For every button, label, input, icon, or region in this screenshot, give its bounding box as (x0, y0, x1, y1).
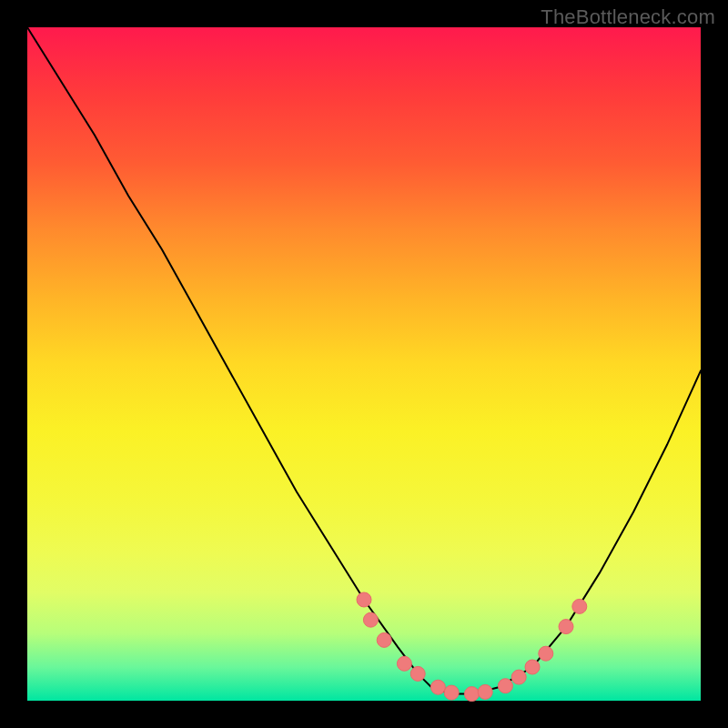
curve-marker (397, 656, 411, 671)
curve-marker (572, 599, 587, 613)
curve-marker (498, 679, 512, 693)
curve-marker (464, 687, 479, 702)
curve-marker (430, 680, 445, 694)
curve-marker (363, 612, 378, 627)
curve-markers (357, 592, 587, 702)
curve-marker (377, 632, 391, 647)
curve-marker (410, 666, 425, 681)
curve-marker (525, 660, 540, 674)
curve-marker (478, 684, 492, 699)
curve-marker (357, 592, 371, 607)
bottleneck-curve-svg (27, 27, 701, 701)
curve-marker (539, 646, 553, 661)
curve-marker (444, 685, 459, 700)
watermark-text: TheBottleneck.com (541, 5, 715, 29)
curve-marker (511, 670, 526, 684)
curve-marker (559, 620, 573, 634)
